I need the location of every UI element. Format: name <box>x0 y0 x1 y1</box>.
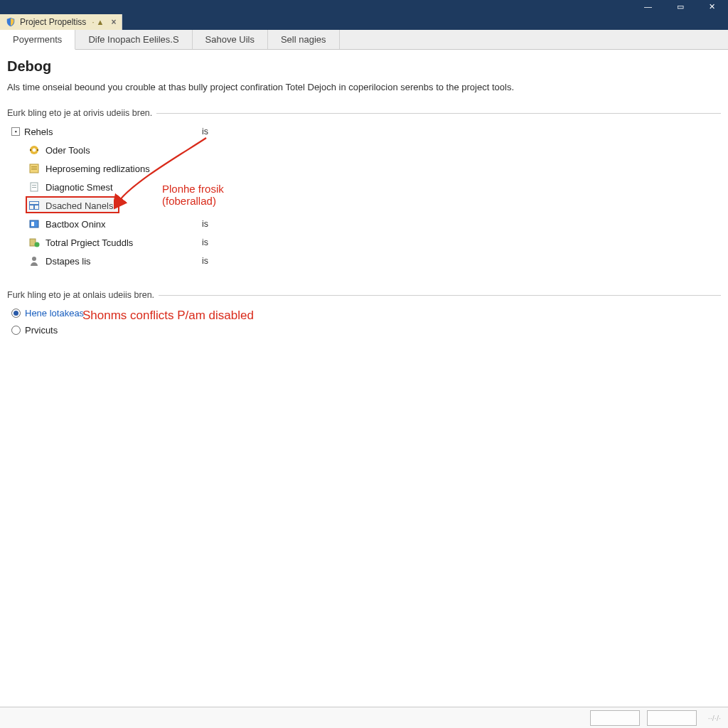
radio-group: Hene lotakeas Prvicuts <box>7 304 721 338</box>
group-header-1: Eurk bling eto je at orivis udeiis bren. <box>7 108 721 118</box>
svg-rect-13 <box>35 205 38 209</box>
tree-root-value: is <box>202 127 223 136</box>
svg-rect-3 <box>37 149 38 151</box>
gear-icon <box>28 144 40 156</box>
group-header-2-label: Furk hling eto je at onlais udeiis bren. <box>7 290 154 300</box>
statusbar-button-1[interactable] <box>590 710 640 726</box>
tree-item-dsached-nanels[interactable]: Dsached Nanels <box>7 196 721 215</box>
tab-poyerments[interactable]: Poyerments <box>0 30 75 50</box>
tree-item-value: is <box>202 219 223 229</box>
page-title: Debog <box>7 58 721 75</box>
tab-sahove-uils[interactable]: Sahove Uils <box>193 30 268 49</box>
tree-item-totral-project[interactable]: Totral Prgiect Tcuddls is <box>7 233 721 252</box>
category-tabs: Poyerments Dife Inopach Eeliles.S Sahove… <box>0 30 728 50</box>
svg-rect-5 <box>31 166 37 168</box>
svg-point-17 <box>35 242 40 247</box>
radio-checked-icon <box>11 309 21 318</box>
svg-rect-11 <box>30 202 38 204</box>
tree-root-row[interactable]: ▪ Rehels is <box>7 122 721 141</box>
svg-rect-12 <box>30 205 33 209</box>
expander-icon[interactable]: ▪ <box>11 127 20 136</box>
radio-label: Prvicuts <box>25 325 58 336</box>
tab-sell-nagies[interactable]: Sell nagies <box>268 30 340 49</box>
svg-point-18 <box>32 257 36 261</box>
document-yellow-icon <box>28 163 40 174</box>
table-blue-icon <box>28 200 40 211</box>
window-titlebar: — ▭ ✕ <box>0 0 728 13</box>
tree-item-label: Bactbox Oninx <box>46 219 106 230</box>
document-tab-strip: Project Propeltiss · ▲ × <box>0 13 728 30</box>
tree-item-label: Dsached Nanels <box>46 200 113 211</box>
person-icon <box>28 255 40 267</box>
panel-blue-icon <box>28 218 40 230</box>
content-area: Poyerments Dife Inopach Eeliles.S Sahove… <box>0 30 728 707</box>
minimize-button[interactable]: — <box>632 0 664 13</box>
document-tab-label: Project Propeltiss <box>20 17 86 27</box>
page-body: Debog Als time onseial beound you croubl… <box>0 50 728 338</box>
window-controls: — ▭ ✕ <box>632 0 728 13</box>
tree-item-label: Oder Tools <box>46 145 90 156</box>
svg-rect-9 <box>32 187 36 188</box>
tree-item-label: Heproseming redlizations <box>46 164 150 174</box>
tab-close-icon[interactable]: × <box>111 17 116 27</box>
tree-item-dstapes[interactable]: Dstapes lis is <box>7 252 721 270</box>
gear-green-icon <box>28 237 40 248</box>
maximize-button[interactable]: ▭ <box>664 0 696 13</box>
group-header-1-label: Eurk bling eto je at orivis udeiis bren. <box>7 108 152 118</box>
document-tab-active[interactable]: Project Propeltiss · ▲ × <box>0 14 122 30</box>
svg-rect-6 <box>31 168 37 170</box>
radio-hene-lotakeas[interactable]: Hene lotakeas <box>7 304 721 321</box>
tree-item-label: Totral Prgiect Tcuddls <box>46 237 133 248</box>
options-tree: ▪ Rehels is Oder Tools Heproseming redli… <box>7 122 721 270</box>
tree-item-heproseming[interactable]: Heproseming redlizations <box>7 159 721 178</box>
statusbar-trailing: ··/·/· <box>708 714 721 722</box>
svg-rect-2 <box>30 149 31 151</box>
svg-rect-15 <box>31 222 34 226</box>
tree-item-value: is <box>202 256 223 266</box>
statusbar-button-2[interactable] <box>647 710 697 726</box>
radio-label: Hene lotakeas <box>25 308 84 318</box>
tree-item-label: Dstapes lis <box>46 256 91 267</box>
tree-item-label: Diagnotic Smest <box>46 182 113 193</box>
divider <box>159 295 721 296</box>
tree-item-bactbox[interactable]: Bactbox Oninx is <box>7 215 721 233</box>
radio-prvicuts[interactable]: Prvicuts <box>7 321 721 338</box>
document-tab-extras: · ▲ <box>92 18 104 26</box>
status-bar: ··/·/· <box>0 707 728 728</box>
tree-item-diagnotic[interactable]: Diagnotic Smest <box>7 178 721 196</box>
svg-point-1 <box>33 149 36 152</box>
close-button[interactable]: ✕ <box>696 0 728 13</box>
page-description: Als time onseial beound you crouble at t… <box>7 82 721 92</box>
radio-unchecked-icon <box>11 326 21 335</box>
tree-item-value: is <box>202 237 223 247</box>
tree-root-label: Rehels <box>24 127 53 137</box>
tab-dife-inopach[interactable]: Dife Inopach Eeliles.S <box>75 30 192 49</box>
divider <box>156 113 721 114</box>
page-icon <box>28 181 40 193</box>
tree-item-oder-tools[interactable]: Oder Tools <box>7 141 721 159</box>
group-header-2: Furk hling eto je at onlais udeiis bren. <box>7 290 721 300</box>
shield-icon <box>6 17 16 27</box>
svg-rect-8 <box>32 185 36 186</box>
